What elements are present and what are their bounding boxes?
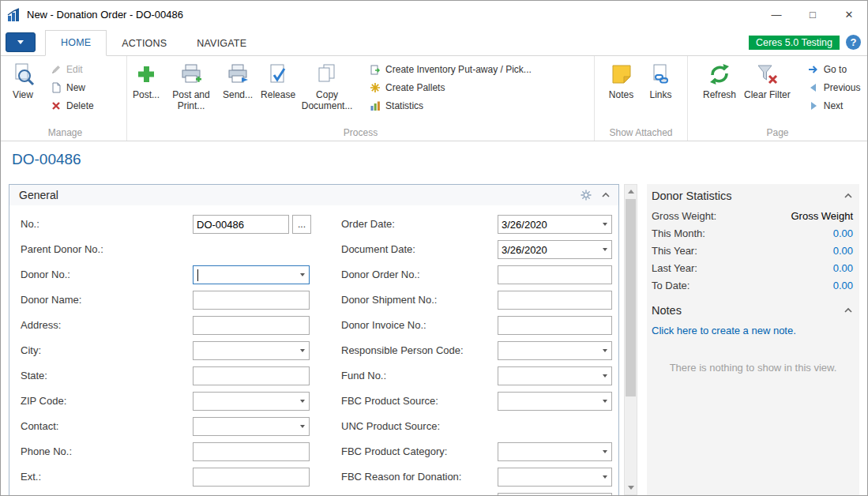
post-button[interactable]: Post... [129,58,163,102]
order-date-label: Order Date: [341,215,395,234]
state-label: State: [21,366,47,385]
address-label: Address: [21,316,61,335]
refresh-icon [707,62,732,87]
app-menu-button[interactable] [6,32,36,52]
send-button[interactable]: Send... [219,58,257,102]
this-year-value[interactable]: 0.00 [833,245,853,257]
triangle-up-icon [628,190,634,194]
donor-shipment-no-field[interactable] [498,291,611,309]
tab-navigate[interactable]: NAVIGATE [182,32,261,56]
post-and-print-button[interactable]: Post and Print... [163,58,219,114]
tab-actions[interactable]: ACTIONS [107,32,182,56]
zip-code-field[interactable] [194,393,296,410]
field-row-no: No.: ... [19,215,327,235]
tab-home[interactable]: HOME [45,30,107,56]
chevron-down-icon [603,475,607,479]
fbc-product-category-field[interactable] [498,443,599,460]
city-dropdown-button[interactable] [296,342,309,359]
donor-name-label: Donor Name: [21,291,81,310]
responsible-person-code-dropdown-button[interactable] [599,342,611,359]
donor-no-field[interactable] [194,266,296,284]
field-row-unc-product-source: UNC Product Source: [340,417,624,438]
minimize-button[interactable]: — [758,1,795,28]
collapse-chevron-icon[interactable] [601,192,611,198]
field-row-state: State: [19,366,327,387]
this-month-value[interactable]: 0.00 [833,227,853,239]
document-date-field[interactable] [498,241,599,258]
field-row-phone-no: Phone No.: [19,442,327,463]
links-button[interactable]: Links [644,58,678,102]
fbc-product-source-field[interactable] [498,393,599,410]
unc-product-source-label: UNC Product Source: [341,417,440,436]
fund-no-field[interactable] [498,367,599,385]
responsible-person-code-field[interactable] [498,342,599,359]
create-putaway-button[interactable]: Create Inventory Put-away / Pick... [364,62,536,77]
vertical-scrollbar[interactable] [624,184,637,495]
close-button[interactable]: ✕ [831,1,867,28]
scroll-up-button[interactable] [625,185,637,198]
delete-x-icon [50,100,62,112]
refresh-button[interactable]: Refresh [699,58,740,102]
create-pallets-button[interactable]: Create Pallets [364,80,536,96]
contact-field[interactable] [194,418,296,435]
donor-invoice-no-label: Donor Invoice No.: [341,316,426,335]
contact-dropdown-button[interactable] [296,418,309,435]
statistics-button[interactable]: Statistics [364,98,536,114]
delete-button[interactable]: Delete [45,98,99,114]
scroll-down-button[interactable] [625,481,637,494]
no-field[interactable] [194,216,288,233]
view-button[interactable]: View [6,58,40,102]
create-note-link[interactable]: Click here to create a new note. [647,321,859,340]
order-date-dropdown-button[interactable] [599,216,611,233]
fbc-product-category-dropdown-button[interactable] [599,443,611,460]
release-button[interactable]: Release [257,58,299,102]
collapse-chevron-icon[interactable] [844,307,853,314]
previous-button[interactable]: Previous [802,80,866,96]
ribbon-tabstrip: HOME ACTIONS NAVIGATE Ceres 5.0 Testing … [1,28,867,56]
customize-sprocket-icon[interactable] [581,190,592,201]
state-field[interactable] [194,367,309,385]
notes-button[interactable]: Notes [604,58,639,102]
fbc-product-source-dropdown-button[interactable] [599,393,611,410]
no-label: No.: [21,215,39,234]
donor-order-no-field[interactable] [498,266,611,284]
field-row-fbc-product-category: FBC Product Category: [340,442,624,463]
copy-document-button[interactable]: Copy Document... [299,58,355,114]
clear-filter-button[interactable]: Clear Filter [740,58,795,102]
document-date-dropdown-button[interactable] [599,241,611,258]
help-icon[interactable]: ? [846,35,861,50]
to-date-value[interactable]: 0.00 [833,280,853,291]
phone-no-field[interactable] [194,443,309,460]
field-row-donor-name: Donor Name: [19,291,327,311]
stat-row-last-year: Last Year: 0.00 [647,259,859,276]
contact-label: Contact: [21,417,58,436]
chevron-down-icon [603,223,607,226]
new-button[interactable]: New [45,80,99,96]
fund-no-dropdown-button[interactable] [599,367,611,385]
ribbon-group-show-attached: Notes Links Show Attached [595,56,688,141]
notes-header[interactable]: Notes [647,299,859,321]
text-caret [197,269,198,281]
collapse-chevron-icon[interactable] [844,193,853,199]
maximize-button[interactable]: □ [795,1,831,28]
address-field[interactable] [194,317,309,334]
donor-statistics-header[interactable]: Donor Statistics [647,184,859,207]
city-field[interactable] [194,342,296,359]
no-assist-button[interactable]: ... [292,215,311,234]
fbc-reason-for-donation-dropdown-button[interactable] [599,468,611,486]
zip-code-dropdown-button[interactable] [296,393,309,410]
next-button[interactable]: Next [802,98,866,114]
donor-name-field[interactable] [194,291,309,309]
general-fasttab-header[interactable]: General [9,185,618,205]
fbc-reason-for-donation-field[interactable] [498,468,599,486]
edit-button[interactable]: Edit [45,62,99,77]
last-year-value[interactable]: 0.00 [833,262,853,274]
ext-field[interactable] [194,468,309,486]
scrollbar-thumb[interactable] [626,199,636,396]
stat-row-to-date: To Date: 0.00 [647,276,859,294]
goto-button[interactable]: Go to [802,62,866,77]
fasttab-title: General [19,189,58,201]
order-date-field[interactable] [498,216,599,233]
donor-invoice-no-field[interactable] [498,317,611,334]
donor-no-dropdown-button[interactable] [296,266,309,284]
